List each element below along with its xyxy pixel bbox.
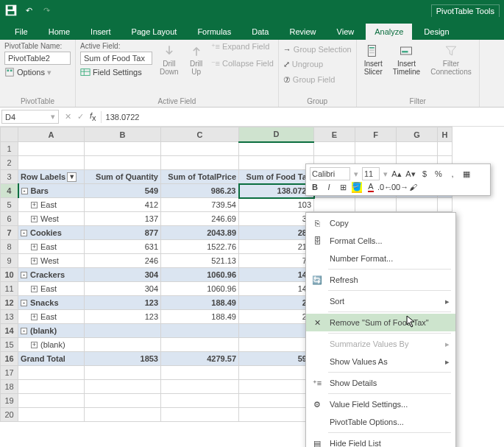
ctx-show-details[interactable]: ⁺≡Show Details bbox=[306, 374, 455, 392]
cell[interactable] bbox=[18, 156, 85, 170]
cell[interactable]: 549 bbox=[85, 184, 161, 198]
expand-icon[interactable]: + bbox=[31, 202, 38, 208]
cell[interactable] bbox=[161, 324, 239, 338]
tab-analyze[interactable]: Analyze bbox=[366, 24, 412, 40]
cell[interactable]: 34 bbox=[239, 212, 314, 226]
cell[interactable]: 631 bbox=[85, 240, 161, 254]
cell[interactable]: +West bbox=[18, 212, 85, 226]
expand-icon[interactable]: + bbox=[31, 286, 38, 292]
ctx-value-field-settings[interactable]: ⚙Value Field Settings... bbox=[306, 395, 455, 413]
cell[interactable]: 1060.96 bbox=[161, 282, 239, 296]
ctx-format-cells[interactable]: 🗄Format Cells... bbox=[306, 232, 455, 250]
col-header[interactable]: E bbox=[314, 127, 355, 142]
name-box[interactable]: D4▾ bbox=[1, 110, 59, 124]
cell[interactable] bbox=[85, 338, 161, 352]
tab-formulas[interactable]: Formulas bbox=[188, 24, 240, 40]
cell[interactable]: 26 bbox=[239, 310, 314, 324]
ctx-sort[interactable]: Sort▸ bbox=[306, 292, 455, 310]
cell[interactable]: 72 bbox=[239, 254, 314, 268]
col-header[interactable]: D bbox=[239, 127, 314, 142]
bold-icon[interactable]: B bbox=[310, 182, 320, 192]
cell[interactable] bbox=[18, 142, 85, 156]
cell[interactable]: -Cookies bbox=[18, 226, 85, 240]
enter-icon[interactable]: ✓ bbox=[77, 112, 84, 122]
cell[interactable] bbox=[18, 366, 85, 380]
decrease-font-icon[interactable]: A▾ bbox=[405, 169, 416, 179]
cell[interactable]: 246.69 bbox=[161, 212, 239, 226]
cell[interactable]: -Crackers bbox=[18, 268, 85, 282]
field-settings-button[interactable]: Field Settings bbox=[80, 66, 152, 78]
cell[interactable] bbox=[18, 380, 85, 394]
cell[interactable]: 188.49 bbox=[161, 310, 239, 324]
col-header[interactable]: A bbox=[18, 127, 85, 142]
cell[interactable]: 4279.57 bbox=[161, 352, 239, 366]
col-header[interactable]: C bbox=[161, 127, 239, 142]
cell[interactable]: +East bbox=[18, 240, 85, 254]
ctx-remove-field[interactable]: ✕Remove "Sum of Food Tax" bbox=[306, 314, 455, 331]
cell[interactable]: 123 bbox=[85, 310, 161, 324]
cancel-icon[interactable]: ✕ bbox=[65, 112, 71, 122]
cell[interactable] bbox=[161, 366, 239, 380]
cell[interactable]: +East bbox=[18, 310, 85, 324]
cell[interactable]: -(blank) bbox=[18, 324, 85, 338]
cell[interactable] bbox=[18, 408, 85, 422]
table-icon[interactable]: ▦ bbox=[461, 169, 472, 179]
cell[interactable]: 213 bbox=[239, 240, 314, 254]
increase-decimal-icon[interactable]: .00→ bbox=[394, 182, 404, 192]
fx-icon[interactable]: fx bbox=[90, 111, 96, 122]
cell[interactable] bbox=[161, 394, 239, 408]
cell[interactable] bbox=[85, 408, 161, 422]
cell[interactable] bbox=[239, 338, 314, 352]
tab-data[interactable]: Data bbox=[243, 24, 277, 40]
tab-review[interactable]: Review bbox=[280, 24, 324, 40]
cell[interactable]: 877 bbox=[85, 226, 161, 240]
collapse-icon[interactable]: - bbox=[21, 300, 27, 306]
collapse-icon[interactable]: - bbox=[21, 188, 28, 194]
cell[interactable]: 103 bbox=[239, 198, 314, 212]
cell[interactable]: 412 bbox=[85, 198, 161, 212]
col-header[interactable]: G bbox=[397, 127, 438, 142]
cell[interactable]: 286 bbox=[239, 226, 314, 240]
insert-slicer-button[interactable]: Insert Slicer bbox=[361, 42, 386, 77]
cell[interactable] bbox=[18, 394, 85, 408]
pvt-header[interactable]: Sum of TotalPrice bbox=[161, 170, 239, 184]
tab-insert[interactable]: Insert bbox=[82, 24, 120, 40]
cell[interactable]: 137 bbox=[85, 212, 161, 226]
cell[interactable]: +West bbox=[18, 254, 85, 268]
ctx-hide-field-list[interactable]: ▤Hide Field List bbox=[306, 434, 455, 447]
cell[interactable] bbox=[239, 366, 314, 380]
cell[interactable] bbox=[85, 380, 161, 394]
cell[interactable] bbox=[314, 142, 355, 156]
activefield-input[interactable] bbox=[80, 52, 152, 65]
percent-icon[interactable]: % bbox=[433, 169, 444, 179]
cell[interactable] bbox=[161, 408, 239, 422]
cell[interactable] bbox=[239, 142, 314, 156]
insert-timeline-button[interactable]: Insert Timeline bbox=[390, 42, 423, 77]
tab-view[interactable]: View bbox=[328, 24, 363, 40]
cell[interactable] bbox=[438, 142, 452, 156]
font-color-icon[interactable]: A bbox=[366, 182, 376, 192]
pvt-header[interactable]: Sum of Quantity bbox=[85, 170, 161, 184]
save-icon[interactable] bbox=[4, 4, 18, 17]
filter-dropdown-icon[interactable]: ▼ bbox=[67, 172, 77, 182]
expand-icon[interactable]: + bbox=[31, 258, 38, 264]
cell[interactable]: 26 bbox=[239, 296, 314, 310]
currency-icon[interactable]: $ bbox=[419, 169, 430, 179]
cell[interactable] bbox=[161, 156, 239, 170]
cell[interactable] bbox=[85, 142, 161, 156]
tab-home[interactable]: Home bbox=[40, 24, 79, 40]
cell[interactable]: 1060.96 bbox=[161, 268, 239, 282]
cell[interactable]: -Bars bbox=[18, 184, 85, 198]
row-header[interactable]: 1 bbox=[1, 142, 18, 156]
cell[interactable]: 739.54 bbox=[161, 198, 239, 212]
pvt-header[interactable]: Row Labels▼ bbox=[18, 170, 85, 184]
row-header[interactable]: 2 bbox=[1, 156, 18, 170]
cell[interactable]: +East bbox=[18, 198, 85, 212]
pvtname-input[interactable] bbox=[4, 52, 71, 65]
cell[interactable]: 188.49 bbox=[161, 296, 239, 310]
cell[interactable]: 1522.76 bbox=[161, 240, 239, 254]
expand-icon[interactable]: + bbox=[31, 216, 38, 222]
cell[interactable] bbox=[355, 142, 397, 156]
expand-icon[interactable]: + bbox=[31, 244, 38, 250]
cell[interactable] bbox=[85, 366, 161, 380]
